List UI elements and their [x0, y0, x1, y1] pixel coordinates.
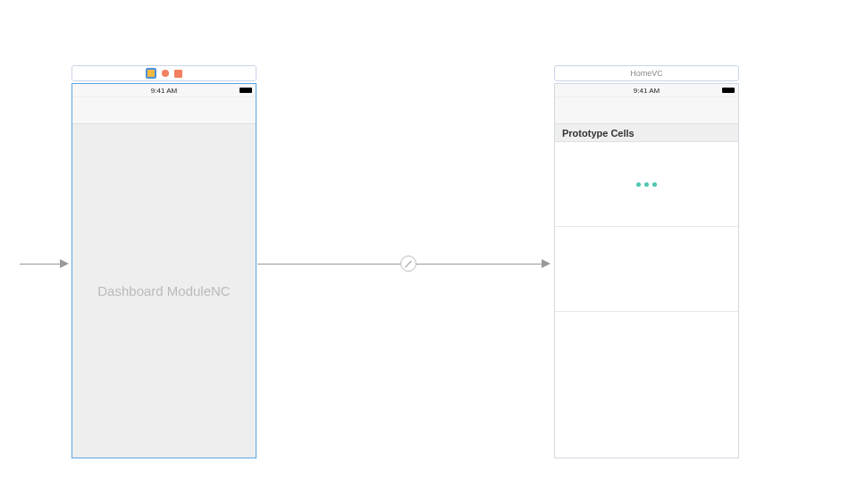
segue-line-right	[416, 264, 542, 265]
exit-icon	[174, 70, 182, 78]
nav-controller-icon	[146, 68, 156, 79]
placeholder-label: Dashboard ModuleNC	[97, 283, 230, 298]
battery-icon	[722, 88, 735, 93]
navigation-bar	[72, 97, 256, 124]
scene-homevc[interactable]: HomeVC 9:41 AM Prototype Cells	[554, 65, 739, 458]
phone-frame-dashboard[interactable]: 9:41 AM Dashboard ModuleNC	[71, 83, 256, 458]
navigation-bar	[555, 97, 738, 124]
entry-arrow-line	[20, 264, 60, 265]
segue-indicator[interactable]	[400, 256, 416, 272]
scene-dashboard[interactable]: 9:41 AM Dashboard ModuleNC	[71, 65, 256, 458]
content-area: Dashboard ModuleNC	[72, 124, 256, 458]
segue-show-icon	[405, 260, 412, 267]
loading-dots-icon	[636, 182, 657, 187]
segue-arrow-head	[542, 259, 551, 268]
status-bar: 9:41 AM	[555, 84, 738, 97]
entry-arrow-head	[60, 259, 69, 268]
table-cell-empty[interactable]	[555, 312, 738, 397]
status-bar: 9:41 AM	[72, 84, 256, 97]
scene-header-homevc[interactable]: HomeVC	[554, 65, 739, 81]
battery-icon	[240, 88, 252, 93]
first-responder-icon	[162, 70, 169, 77]
prototype-cells-header: Prototype Cells	[555, 124, 738, 142]
status-time: 9:41 AM	[151, 87, 177, 95]
scene-title: HomeVC	[630, 69, 663, 78]
phone-frame-homevc[interactable]: 9:41 AM Prototype Cells	[554, 83, 739, 458]
table-cell-empty[interactable]	[555, 227, 738, 312]
table-cell-loading[interactable]	[555, 142, 738, 227]
scene-header-dashboard[interactable]	[71, 65, 256, 81]
segue-line-left	[257, 264, 400, 265]
table-view: Prototype Cells	[555, 124, 738, 458]
status-time: 9:41 AM	[634, 87, 660, 95]
